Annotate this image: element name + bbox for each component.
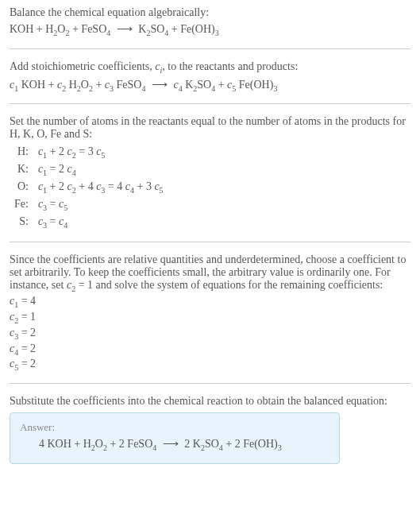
eq-text: SO [197,79,211,91]
value: = 1 [18,311,36,323]
eq-text: KOH + [18,79,57,91]
answer-equation: 4 KOH + H2O2 + 2 FeSO4 ⟶ 2 K2SO4 + 2 Fe(… [20,437,329,452]
table-row: S: c3 = c4 [10,214,168,231]
step4-text: Since the coefficients are relative quan… [10,253,410,293]
step-balance-intro: Balance the chemical equation algebraica… [10,6,410,37]
eq-text: Fe(OH) [236,79,273,91]
text: + 3 [134,180,154,192]
text: = 2 [47,163,67,175]
solution-line: c3 = 2 [10,327,410,341]
eq-text: + FeSO [69,23,106,35]
reaction-arrow-icon: ⟶ [148,78,171,91]
text: = [47,198,59,210]
equation-cell: c1 = 2 c4 [33,161,168,179]
value: = 2 [18,358,36,369]
equation-cell: c1 + 2 c2 = 3 c5 [33,144,168,161]
equation-cell: c1 + 2 c2 + 4 c3 = 4 c4 + 3 c5 [33,179,168,196]
step5-text: Substitute the coefficients into the che… [10,395,410,408]
solution-line: c2 = 1 [10,311,410,325]
step2-text: Add stoichiometric coefficients, ci, to … [10,60,410,75]
eq-text: FeSO [114,79,141,91]
subscript: 4 [152,443,156,452]
eq-text: + [93,79,105,91]
eq-text: K [138,23,146,35]
divider [10,48,410,49]
solution-line: c5 = 2 [10,358,410,372]
table-row: Fe: c3 = c5 [10,196,168,214]
coef-sub: 5 [160,186,164,195]
coef-sub: 5 [101,151,105,160]
reaction-arrow-icon: ⟶ [114,22,136,36]
eq-text: + 2 FeSO [107,438,152,450]
subscript: 3 [273,83,277,92]
subscript: 3 [215,29,219,37]
coef-sub: 4 [72,168,76,177]
step1-text: Balance the chemical equation algebraica… [10,6,410,19]
value: = 2 [18,327,36,339]
solution-line: c4 = 2 [10,342,410,357]
eq-text: H [66,79,77,91]
reaction-arrow-icon: ⟶ [160,437,182,451]
eq-text: 2 K [184,438,201,450]
coef-sub: 5 [64,203,67,212]
step3-text: Set the number of atoms in the reactants… [10,115,410,141]
eq-text: + [215,79,227,91]
text: Add stoichiometric coefficients, [10,60,155,72]
equation-cell: c3 = c5 [33,196,168,214]
divider [10,383,410,384]
text: = 3 [76,145,96,157]
table-row: H: c1 + 2 c2 = 3 c5 [10,144,168,161]
text: + 4 [76,180,96,192]
step1-equation: KOH + H2O2 + FeSO4 ⟶ K2SO4 + Fe(OH)3 [10,22,410,37]
subscript: 3 [278,443,282,452]
subscript: 4 [141,83,145,92]
eq-text: K [183,79,194,91]
divider [10,242,410,242]
eq-text: SO [150,23,164,35]
table-row: K: c1 = 2 c4 [10,161,168,179]
step-add-coefficients: Add stoichiometric coefficients, ci, to … [10,60,410,93]
step-solve: Since the coefficients are relative quan… [10,253,410,372]
eq-text: 4 KOH + H [39,438,91,450]
divider [10,103,410,104]
text: + 2 [47,145,67,157]
subscript: 4 [106,29,110,37]
value: = 2 [18,342,36,354]
text: = 4 [105,180,125,192]
text: , to the reactants and products: [162,60,298,72]
eq-text: O [81,79,89,91]
element-label: H: [10,144,33,161]
step-answer: Substitute the coefficients into the che… [10,395,410,464]
value: = 4 [18,295,36,307]
step-atom-balance: Set the number of atoms in the reactants… [10,115,410,230]
element-label: Fe: [10,196,33,214]
eq-text: SO [205,438,219,450]
element-label: S: [10,214,33,231]
answer-box: Answer: 4 KOH + H2O2 + 2 FeSO4 ⟶ 2 K2SO4… [10,412,340,464]
document-root: Balance the chemical equation algebraica… [0,0,420,482]
eq-text: + 2 Fe(OH) [223,438,278,450]
table-row: O: c1 + 2 c2 + 4 c3 = 4 c4 + 3 c5 [10,179,168,196]
coef-sub: 4 [64,220,67,229]
equation-cell: c3 = c4 [33,214,168,231]
eq-text: KOH + H [10,23,53,35]
solution-line: c1 = 4 [10,295,410,309]
text: = [47,215,59,227]
element-label: K: [10,161,33,179]
element-label: O: [10,179,33,196]
step2-equation: c1 KOH + c2 H2O2 + c3 FeSO4 ⟶ c4 K2SO4 +… [10,78,410,93]
eq-text: O [95,438,103,450]
text: + 2 [47,180,67,192]
text: = 1 and solve the system of equations fo… [75,279,383,291]
eq-text: O [57,23,65,35]
atom-balance-table: H: c1 + 2 c2 = 3 c5 K: c1 = 2 c4 O: c1 +… [10,144,168,230]
eq-text: + Fe(OH) [168,23,214,35]
answer-label: Answer: [20,421,329,434]
